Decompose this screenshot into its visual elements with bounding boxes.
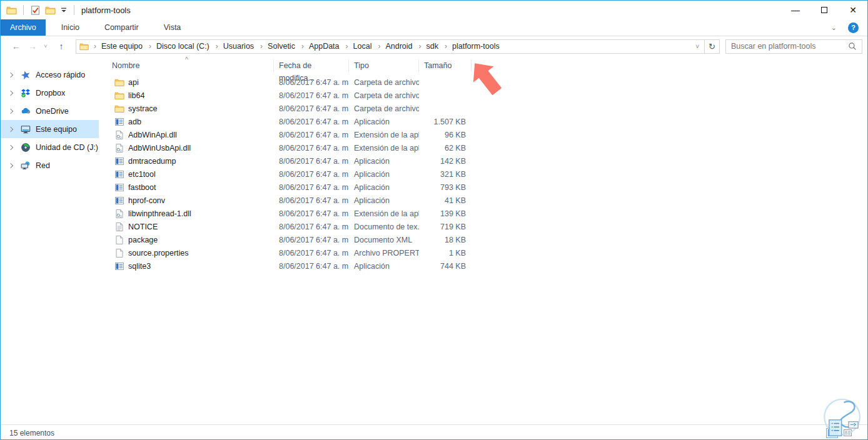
table-row[interactable]: dmtracedump 8/06/2017 6:47 a. m. Aplicac… — [99, 154, 867, 168]
table-row[interactable]: hprof-conv 8/06/2017 6:47 a. m. Aplicaci… — [99, 194, 867, 207]
sidebar-item-dropbox[interactable]: Dropbox — [1, 84, 99, 102]
breadcrumb-sdk[interactable]: sdk — [414, 42, 440, 51]
properties-icon[interactable] — [30, 5, 41, 16]
file-date: 8/06/2017 6:47 a. m. — [274, 144, 349, 152]
column-header-tamano[interactable]: Tamaño — [419, 59, 472, 72]
expand-chevron-icon[interactable] — [8, 72, 13, 77]
sidebar-item-onedrive[interactable]: OneDrive — [1, 102, 99, 120]
breadcrumb-platform-tools[interactable]: platform-tools — [440, 42, 501, 51]
table-row[interactable]: AdbWinApi.dll 8/06/2017 6:47 a. m. Exten… — [99, 128, 867, 141]
file-name: dmtracedump — [128, 157, 176, 166]
help-icon[interactable]: ? — [848, 22, 859, 33]
breadcrumb-local[interactable]: Local — [341, 42, 373, 51]
table-row[interactable]: fastboot 8/06/2017 6:47 a. m. Aplicación… — [99, 181, 867, 194]
table-row[interactable]: AdbWinUsbApi.dll 8/06/2017 6:47 a. m. Ex… — [99, 141, 867, 154]
table-row[interactable]: systrace 8/06/2017 6:47 a. m. Carpeta de… — [99, 102, 867, 115]
table-row[interactable]: sqlite3 8/06/2017 6:47 a. m. Aplicación … — [99, 259, 867, 272]
expand-chevron-icon[interactable] — [8, 144, 13, 149]
collapse-ribbon-icon[interactable]: ⌄ — [831, 24, 837, 32]
file-type: Aplicación — [349, 262, 419, 271]
breadcrumb-solvetic[interactable]: Solvetic — [255, 42, 296, 51]
file-name: AdbWinApi.dll — [128, 131, 177, 139]
application-icon — [114, 117, 124, 127]
details-view-icon[interactable] — [826, 428, 838, 438]
file-date: 8/06/2017 6:47 a. m. — [274, 262, 349, 271]
sort-ascending-icon[interactable]: ^ — [185, 56, 188, 63]
maximize-button[interactable] — [810, 1, 839, 19]
breadcrumb-appdata[interactable]: AppData — [296, 42, 341, 51]
recent-locations-icon[interactable]: ˅ — [41, 43, 51, 49]
file-date: 8/06/2017 6:47 a. m. — [274, 104, 349, 113]
sidebar-item-label: Unidad de CD (J:) HiS — [36, 143, 99, 152]
view-toggles — [826, 428, 854, 438]
sidebar-item-acceso-rapido[interactable]: Acceso rápido — [1, 66, 99, 84]
search-input[interactable]: Buscar en platform-tools — [725, 39, 862, 54]
folder-icon — [114, 78, 124, 88]
file-name: lib64 — [128, 91, 144, 100]
breadcrumb-android[interactable]: Android — [373, 42, 413, 51]
refresh-icon[interactable]: ↻ — [705, 39, 720, 54]
tab-inicio[interactable]: Inicio — [52, 19, 89, 36]
file-type: Carpeta de archivos — [349, 78, 419, 87]
tab-vista[interactable]: Vista — [154, 19, 191, 36]
application-icon — [114, 196, 124, 206]
separator — [23, 5, 24, 15]
new-folder-icon[interactable] — [45, 5, 56, 16]
window-controls: — ✕ — [781, 1, 867, 19]
thumbnails-view-icon[interactable] — [842, 428, 854, 438]
table-row[interactable]: etc1tool 8/06/2017 6:47 a. m. Aplicación… — [99, 168, 867, 181]
folder-icon — [114, 91, 124, 101]
file-size: 142 KB — [419, 157, 472, 166]
ribbon-tab-bar: Archivo Inicio Compartir Vista ⌄ ? — [1, 19, 867, 36]
sidebar-item-label: Este equipo — [36, 125, 77, 134]
file-type: Extensión de la apl... — [349, 209, 419, 218]
items-count: 15 elementos — [9, 429, 54, 438]
sidebar-item-unidad-cd[interactable]: Unidad de CD (J:) HiS — [1, 138, 99, 156]
table-row[interactable]: NOTICE 8/06/2017 6:47 a. m. Documento de… — [99, 220, 867, 233]
tab-compartir[interactable]: Compartir — [95, 19, 148, 36]
network-icon — [20, 161, 31, 171]
table-row[interactable]: source.properties 8/06/2017 6:47 a. m. A… — [99, 246, 867, 259]
up-icon[interactable]: ↑ — [53, 41, 69, 51]
table-row[interactable]: package 8/06/2017 6:47 a. m. Documento X… — [99, 233, 867, 246]
expand-chevron-icon[interactable] — [8, 162, 13, 168]
table-row[interactable]: libwinpthread-1.dll 8/06/2017 6:47 a. m.… — [99, 207, 867, 220]
customize-toolbar-icon[interactable] — [60, 6, 68, 14]
back-icon[interactable]: ← — [8, 41, 24, 51]
expand-chevron-icon[interactable] — [8, 126, 13, 131]
file-name: fastboot — [128, 183, 156, 192]
sidebar-item-label: OneDrive — [36, 107, 69, 116]
forward-icon[interactable]: → — [24, 41, 41, 51]
column-header-fecha[interactable]: Fecha de modifica... — [274, 59, 349, 72]
address-dropdown-icon[interactable]: ˅ — [690, 43, 704, 50]
address-bar[interactable]: Este equipo Disco local (C:) Usuarios So… — [76, 39, 705, 54]
minimize-button[interactable]: — — [781, 1, 810, 19]
column-header-tipo[interactable]: Tipo — [349, 59, 419, 72]
tab-archivo[interactable]: Archivo — [1, 19, 46, 36]
navigation-pane: Acceso rápido Dropbox OneDrive Este equi… — [1, 56, 99, 424]
cd-drive-icon — [20, 142, 31, 152]
application-icon — [114, 182, 124, 192]
sidebar-item-este-equipo[interactable]: Este equipo — [1, 120, 99, 138]
expand-chevron-icon[interactable] — [8, 108, 13, 113]
close-button[interactable]: ✕ — [839, 1, 867, 19]
file-size: 793 KB — [419, 183, 472, 192]
this-pc-icon — [20, 124, 31, 134]
file-name: api — [128, 78, 139, 87]
file-name: package — [128, 236, 158, 244]
expand-chevron-icon[interactable] — [8, 90, 13, 95]
sidebar-item-red[interactable]: Red — [1, 156, 99, 174]
blank-file-icon — [114, 235, 124, 245]
magnifier-icon[interactable] — [848, 42, 857, 51]
breadcrumb-este-equipo[interactable]: Este equipo — [89, 42, 144, 51]
file-name: NOTICE — [128, 222, 158, 231]
table-row[interactable]: adb 8/06/2017 6:47 a. m. Aplicación 1.50… — [99, 115, 867, 128]
file-type: Aplicación — [349, 183, 419, 192]
dropbox-icon — [20, 88, 31, 98]
file-date: 8/06/2017 6:47 a. m. — [274, 131, 349, 139]
file-type: Aplicación — [349, 170, 419, 179]
file-rows: api 8/06/2017 6:47 a. m. Carpeta de arch… — [99, 76, 867, 272]
maximize-icon — [821, 7, 827, 13]
breadcrumb-usuarios[interactable]: Usuarios — [211, 42, 255, 51]
breadcrumb-disco-local[interactable]: Disco local (C:) — [144, 42, 211, 51]
